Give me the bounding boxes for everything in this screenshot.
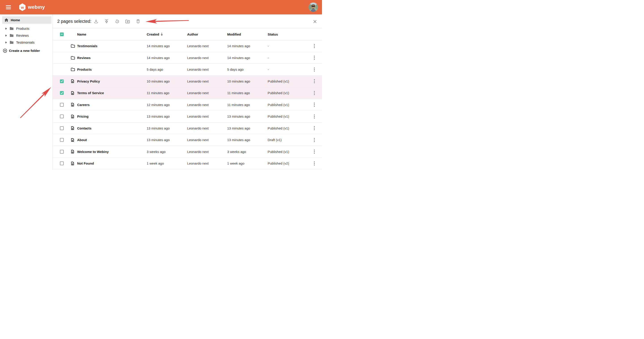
webiny-logo: w webıny	[19, 3, 45, 11]
webiny-page-list-screen: w webıny	[0, 0, 322, 170]
unpublish-restore-button[interactable]	[114, 18, 120, 24]
export-download-button[interactable]	[93, 18, 100, 24]
sidebar-item-home[interactable]: Home	[2, 16, 52, 24]
table-row[interactable]: Privacy Policy10 minutes agoLeonardo nex…	[53, 76, 322, 88]
folder-icon	[71, 68, 75, 71]
row-modified: 11 minutes ago	[227, 103, 268, 107]
row-created: 13 minutes ago	[147, 138, 187, 142]
close-selection-button[interactable]	[312, 19, 317, 24]
row-status: Draft (v1)	[268, 138, 307, 142]
row-menu-button[interactable]	[312, 160, 317, 166]
row-checkbox[interactable]	[60, 162, 64, 165]
page-icon-cell	[71, 114, 77, 118]
row-author: Leonardo next	[187, 138, 227, 142]
publish-icon	[104, 19, 109, 24]
checkmark-icon	[60, 92, 63, 94]
table-row[interactable]: Pricing13 minutes agoLeonardo next13 min…	[53, 111, 322, 122]
row-menu-button[interactable]	[312, 102, 317, 108]
row-checkbox[interactable]	[60, 91, 64, 95]
bulk-actions-toolbar: 2 pages selected:	[53, 14, 322, 28]
page-icon	[71, 79, 74, 83]
publish-button[interactable]	[103, 18, 110, 24]
row-author: Leonardo next	[187, 103, 227, 107]
create-folder-button[interactable]: Create a new folder	[3, 48, 52, 53]
folder-icon	[71, 44, 75, 48]
folder-icon-cell	[71, 56, 77, 60]
page-icon	[71, 103, 74, 107]
page-icon	[71, 150, 74, 154]
row-name: Terms of Service	[77, 91, 147, 95]
row-author: Leonardo next	[187, 44, 227, 48]
row-modified: 11 minutes ago	[227, 91, 268, 95]
webiny-hexagon-icon: w	[19, 3, 26, 11]
move-to-folder-button[interactable]	[124, 18, 131, 24]
column-header-author[interactable]: Author	[187, 32, 227, 36]
delete-button[interactable]	[135, 18, 142, 24]
folder-icon	[71, 56, 75, 60]
column-header-status[interactable]: Status	[268, 32, 307, 36]
row-status: -	[268, 68, 307, 71]
row-checkbox[interactable]	[60, 138, 64, 142]
table-row[interactable]: Testimonials14 minutes agoLeonardo next1…	[53, 40, 322, 52]
row-name: Privacy Policy	[77, 80, 147, 83]
row-menu-button[interactable]	[312, 113, 317, 120]
row-checkbox[interactable]	[60, 114, 64, 118]
row-modified: 14 minutes ago	[227, 44, 268, 48]
sidebar-folder-testimonials[interactable]: Testimonials	[0, 39, 52, 46]
circle-plus-icon	[3, 48, 7, 53]
hamburger-menu-icon[interactable]	[4, 3, 14, 12]
row-menu-button[interactable]	[312, 78, 317, 84]
row-menu-button[interactable]	[312, 43, 317, 49]
select-all-checkbox[interactable]	[60, 32, 64, 36]
row-name: Testimonials	[77, 44, 147, 48]
row-checkbox[interactable]	[60, 126, 64, 130]
table-row[interactable]: Careers12 minutes agoLeonardo next11 min…	[53, 99, 322, 111]
expand-caret-icon[interactable]	[5, 34, 7, 37]
table-header-row: Name Created Author Modified Status	[53, 28, 322, 40]
folder-icon-cell	[71, 68, 77, 71]
folders-sidebar: Home Products Reviews	[0, 14, 53, 170]
row-modified: 5 days ago	[227, 68, 268, 71]
sidebar-folder-products[interactable]: Products	[0, 25, 52, 32]
table-row[interactable]: Not Found1 week agoLeonardo next1 week a…	[53, 158, 322, 170]
row-checkbox[interactable]	[60, 150, 64, 154]
column-header-name[interactable]: Name	[77, 32, 147, 36]
page-icon	[71, 91, 74, 95]
row-menu-button[interactable]	[312, 148, 317, 155]
table-row[interactable]: Contacts13 minutes agoLeonardo next13 mi…	[53, 122, 322, 134]
row-menu-button[interactable]	[312, 125, 317, 131]
row-name: Reviews	[77, 56, 147, 60]
row-menu-button[interactable]	[312, 54, 317, 61]
top-app-bar: w webıny	[0, 0, 322, 14]
row-checkbox[interactable]	[60, 80, 64, 83]
row-menu-button[interactable]	[312, 137, 317, 143]
svg-text:w: w	[20, 5, 24, 10]
row-created: 14 minutes ago	[147, 56, 187, 60]
row-status: -	[268, 44, 307, 48]
create-folder-label: Create a new folder	[9, 49, 40, 52]
row-menu-button[interactable]	[312, 66, 317, 73]
folder-icon	[10, 27, 14, 30]
user-avatar[interactable]	[308, 2, 318, 12]
row-author: Leonardo next	[187, 126, 227, 130]
row-created: 13 minutes ago	[147, 114, 187, 118]
page-icon	[71, 114, 74, 118]
expand-caret-icon[interactable]	[5, 41, 7, 44]
sidebar-folder-reviews[interactable]: Reviews	[0, 32, 52, 39]
table-row[interactable]: Welcome to Webiny3 weeks agoLeonardo nex…	[53, 146, 322, 158]
table-row[interactable]: Reviews14 minutes agoLeonardo next14 min…	[53, 52, 322, 64]
row-checkbox[interactable]	[60, 103, 64, 107]
table-row[interactable]: Products5 days agoLeonardo next5 days ag…	[53, 64, 322, 76]
row-author: Leonardo next	[187, 114, 227, 118]
row-name: Not Found	[77, 162, 147, 165]
table-row[interactable]: Terms of Service11 minutes agoLeonardo n…	[53, 87, 322, 99]
table-row[interactable]: About13 minutes agoLeonardo next13 minut…	[53, 134, 322, 146]
row-menu-button[interactable]	[312, 90, 317, 96]
page-icon	[71, 138, 74, 142]
column-header-modified[interactable]: Modified	[227, 32, 268, 36]
row-modified: 13 minutes ago	[227, 114, 268, 118]
column-header-created[interactable]: Created	[147, 32, 187, 36]
row-author: Leonardo next	[187, 56, 227, 60]
expand-caret-icon[interactable]	[5, 28, 7, 30]
page-icon-cell	[71, 150, 77, 154]
